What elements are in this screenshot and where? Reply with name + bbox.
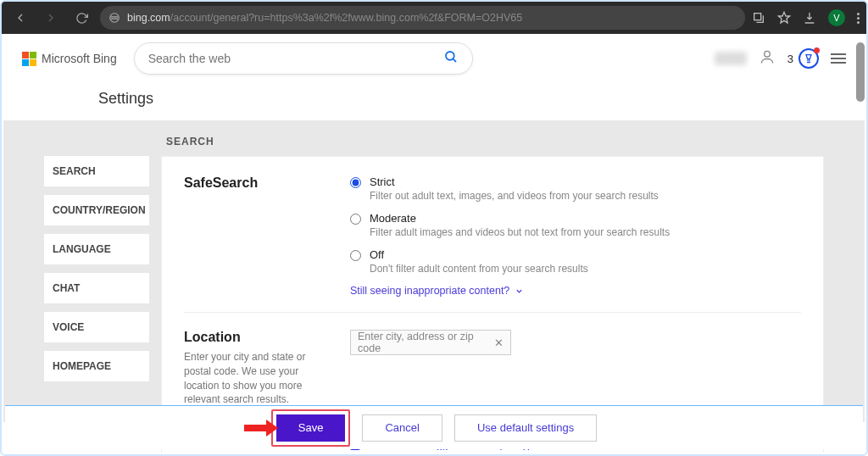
forward-button[interactable] — [39, 6, 63, 30]
svg-point-2 — [446, 52, 454, 60]
logo-text: Microsoft Bing — [42, 52, 117, 65]
svg-point-3 — [764, 51, 770, 57]
use-defaults-button[interactable]: Use default settings — [454, 414, 597, 442]
search-box[interactable] — [134, 42, 473, 75]
page-viewport: Microsoft Bing 3 Settings SEARCH — [3, 36, 865, 453]
sidebar-item-voice[interactable]: VOICE — [44, 312, 149, 342]
bookmark-icon[interactable] — [777, 11, 791, 25]
svg-rect-1 — [754, 14, 761, 20]
url-host: bing.com — [127, 12, 170, 24]
rewards[interactable]: 3 — [787, 48, 819, 69]
rewards-icon — [798, 48, 819, 69]
sidebar-item-chat[interactable]: CHAT — [44, 273, 149, 303]
save-highlight-annotation: Save — [271, 409, 351, 447]
back-button[interactable] — [8, 6, 32, 30]
content-area: SEARCH SEARCH COUNTRY/REGION LANGUAGE CH… — [3, 120, 865, 422]
rewards-count: 3 — [787, 53, 793, 65]
still-seeing-link[interactable]: Still seeing inappropriate content? — [350, 285, 801, 297]
annotation-arrow — [244, 419, 278, 437]
safesearch-off[interactable]: Off Don't filter adult content from your… — [350, 248, 801, 275]
radio-moderate[interactable] — [350, 214, 361, 225]
clear-icon[interactable]: ✕ — [494, 336, 504, 349]
svg-point-0 — [110, 14, 120, 23]
safesearch-moderate[interactable]: Moderate Filter adult images and videos … — [350, 212, 801, 238]
action-bar: Save Cancel Use default settings — [5, 405, 863, 449]
url-path: /account/general?ru=https%3a%2f%2fwww.bi… — [170, 12, 523, 24]
cancel-button[interactable]: Cancel — [362, 414, 442, 442]
downloads-icon[interactable] — [803, 11, 816, 25]
sidebar-item-search[interactable]: SEARCH — [44, 156, 149, 186]
page-title: Settings — [3, 81, 865, 120]
site-header: Microsoft Bing 3 — [3, 36, 865, 81]
location-title: Location — [184, 330, 333, 345]
sidebar-item-language[interactable]: LANGUAGE — [44, 234, 149, 264]
install-icon[interactable] — [752, 11, 765, 25]
person-icon[interactable] — [759, 48, 776, 69]
chevron-down-icon — [515, 286, 524, 296]
account-name-blurred — [715, 52, 747, 65]
browser-menu-icon[interactable] — [857, 13, 860, 24]
bing-logo[interactable]: Microsoft Bing — [22, 52, 117, 66]
safesearch-title: SafeSearch — [184, 175, 333, 191]
address-bar[interactable]: bing.com/account/general?ru=https%3a%2f%… — [100, 6, 745, 30]
sidebar-item-homepage[interactable]: HOMEPAGE — [44, 351, 149, 381]
profile-avatar[interactable]: V — [828, 9, 845, 26]
search-icon[interactable] — [443, 49, 459, 68]
location-input[interactable]: Enter city, address or zip code ✕ — [350, 330, 511, 355]
notification-dot — [814, 47, 820, 53]
save-button[interactable]: Save — [276, 414, 346, 442]
safesearch-row: SafeSearch Strict Filter out adult text,… — [184, 175, 801, 313]
section-header: SEARCH — [44, 136, 824, 156]
radio-off[interactable] — [350, 250, 361, 261]
reload-button[interactable] — [70, 6, 93, 30]
location-desc: Enter your city and state or postal code… — [184, 350, 333, 407]
browser-chrome: bing.com/account/general?ru=https%3a%2f%… — [2, 2, 866, 34]
scrollbar[interactable] — [856, 42, 865, 102]
sidebar-item-country[interactable]: COUNTRY/REGION — [44, 195, 149, 225]
safesearch-strict[interactable]: Strict Filter out adult text, images, an… — [350, 175, 801, 202]
radio-strict[interactable] — [350, 177, 361, 188]
microsoft-logo-icon — [22, 52, 36, 66]
search-input[interactable] — [148, 52, 443, 65]
hamburger-menu-icon[interactable] — [831, 51, 846, 66]
site-info-icon[interactable] — [108, 12, 120, 24]
